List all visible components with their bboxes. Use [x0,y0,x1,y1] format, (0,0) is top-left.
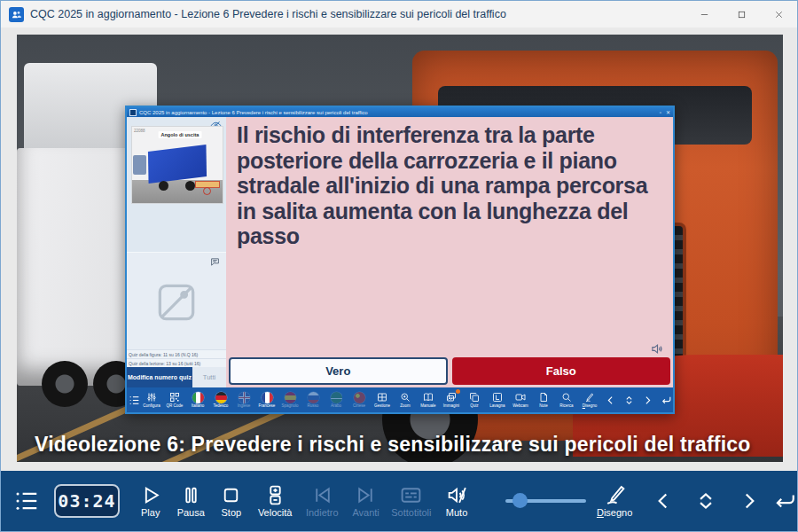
thumbnail-wheel [159,181,168,191]
thumbnail-number: 22088 [134,129,145,133]
quiz-info-line-1: Quiz della figura: 11 su 16 (N.Q 16) [127,349,226,358]
quiz-next-icon[interactable] [638,387,657,412]
chinese-flag-icon [354,392,365,403]
quiz-maximize-icon[interactable]: ▫ [660,110,661,115]
zoom-button[interactable]: Zoom [394,387,417,412]
language-tedesco-button[interactable]: Tedesco [209,387,232,412]
notification-dot [456,389,460,394]
thumbnail-truck-cab [133,155,146,175]
gestione-button[interactable]: Gestione [371,387,394,412]
nav-previous-icon[interactable] [651,489,676,512]
nav-return-icon[interactable] [772,489,797,512]
all-quizzes-button[interactable]: Tutti [192,367,226,387]
volume-knob[interactable] [512,493,528,508]
language-arabo-button[interactable]: Arabo [325,387,348,412]
webcam-button[interactable]: Webcam [509,387,532,412]
app-window: CQC 2025 in aggiornamento - Lezione 6 Pr… [0,0,798,532]
quiz-list-icon[interactable] [129,395,140,406]
volume-slider[interactable] [505,489,586,512]
nav-next-icon[interactable] [736,489,761,512]
immagini-button[interactable]: Immagini [440,387,463,412]
language-cinese-button[interactable]: Cinese [348,387,371,412]
maximize-button[interactable] [723,1,760,27]
language-italiano-button[interactable]: Italiano [186,387,209,412]
language-francese-button[interactable]: Francese [255,387,278,412]
quiz-title-bar[interactable]: CQC 2025 in aggiornamento - Lezione 6 Pr… [127,107,673,117]
german-flag-icon [215,392,227,403]
question-text: Il rischio di interferenza tra la parte … [237,122,647,248]
comment-bubble-icon[interactable] [210,257,220,267]
thumbnail-label: Angolo di uscita [159,131,202,138]
quiz-button[interactable]: Quiz [463,387,486,412]
arabic-flag-icon [331,392,342,403]
player-bar: 03:24 Play Pausa Stop Velocità [1,471,797,531]
quiz-title-text: CQC 2025 in aggiornamento - Lezione 6 Pr… [139,110,660,115]
quiz-toolbar: Configura QR Code Italiano Tedesc [127,387,673,412]
ricerca-button[interactable]: Ricerca [555,387,578,412]
quiz-resize-icon[interactable] [620,387,638,412]
subtitles-button[interactable]: Sottotitoli [387,484,434,518]
uk-flag-icon [239,392,250,403]
disegno-button[interactable]: Disegno [578,387,601,412]
quiz-info-line-2: Quiz della lezione: 13 su 16 (tutti 16) [127,358,226,367]
draw-button[interactable]: Disegno [593,484,637,518]
lavagna-button[interactable]: Lavagna [486,387,509,412]
skip-back-button[interactable]: Indietro [301,484,344,518]
trailer-wheel [42,361,88,407]
skip-forward-button[interactable]: Avanti [348,484,385,518]
minimize-button[interactable] [685,1,723,27]
quiz-window: CQC 2025 in aggiornamento - Lezione 6 Pr… [125,106,675,414]
quiz-left-panel: 22088 Angolo di uscita [127,117,226,387]
language-russo-button[interactable]: Russo [301,387,325,412]
quiz-return-icon[interactable] [657,387,676,412]
image-placeholder-box [127,252,226,352]
play-button[interactable]: Play [132,484,169,518]
quiz-app-icon [129,109,137,116]
note-button[interactable]: Note [532,387,555,412]
falso-button[interactable]: Falso [452,357,671,385]
video-caption: Videolezione 6: Prevedere i rischi e sen… [35,433,751,457]
edit-quiz-number-button[interactable]: Modifica numero quiz [127,367,192,387]
spanish-flag-icon [285,392,296,403]
answer-buttons: Vero Falso [229,357,670,385]
question-area: Il rischio di interferenza tra la parte … [226,117,673,357]
speed-button[interactable]: Velocità [254,484,297,518]
qr-code-button[interactable]: QR Code [163,387,186,412]
stop-button[interactable]: Stop [213,484,250,518]
close-button[interactable] [760,1,797,27]
mute-button[interactable]: Muto [438,484,475,518]
pause-button[interactable]: Pausa [172,484,209,518]
russian-flag-icon [308,392,319,403]
language-inglese-button[interactable]: Inglese [232,387,255,412]
thumbnail-marker [203,187,211,195]
italian-flag-icon [192,392,204,403]
title-bar: CQC 2025 in aggiornamento - Lezione 6 Pr… [1,1,797,28]
vero-button[interactable]: Vero [229,357,448,385]
configura-button[interactable]: Configura [140,387,163,412]
question-thumbnail[interactable]: 22088 Angolo di uscita [131,126,223,204]
app-icon [9,7,24,22]
window-title: CQC 2025 in aggiornamento - Lezione 6 Pr… [30,8,506,20]
stage: Videolezione 6: Prevedere i rischi e sen… [1,27,797,471]
nav-resize-icon[interactable] [693,489,718,512]
french-flag-icon [262,392,273,403]
quiz-close-icon[interactable]: ✕ [666,110,670,115]
playlist-icon[interactable] [13,488,40,514]
manuale-button[interactable]: Manuale [417,387,440,412]
playback-timer: 03:24 [54,484,120,518]
language-spagnolo-button[interactable]: Spagnolo [278,387,301,412]
thumbnail-wheel [185,181,195,191]
audio-speaker-icon[interactable] [651,342,664,356]
quiz-prev-icon[interactable] [601,387,620,412]
thumbnail-truck-tarp [148,145,207,184]
no-image-icon [152,278,201,327]
